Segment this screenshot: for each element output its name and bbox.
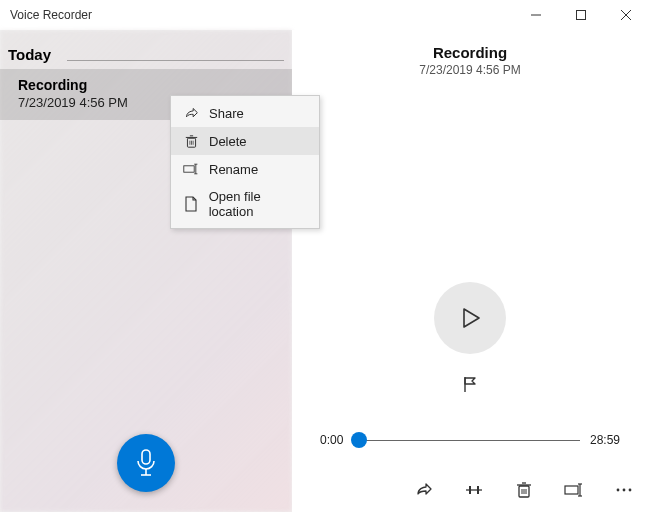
svg-rect-10 — [469, 486, 471, 494]
timeline: 0:00 28:59 — [320, 430, 620, 450]
trash-icon — [183, 133, 199, 149]
svg-point-23 — [623, 489, 626, 492]
track-line — [353, 440, 580, 441]
detail-date: 7/23/2019 4:56 PM — [292, 63, 648, 77]
close-button[interactable] — [603, 0, 648, 30]
ctx-delete[interactable]: Delete — [171, 127, 319, 155]
detail-toolbar — [414, 480, 634, 500]
rename-icon — [183, 161, 199, 177]
trash-icon — [516, 481, 532, 499]
ctx-open-location-label: Open file location — [209, 189, 307, 219]
ctx-rename[interactable]: Rename — [171, 155, 319, 183]
detail-title: Recording — [292, 44, 648, 61]
time-start-label: 0:00 — [320, 433, 343, 447]
section-header-today: Today — [0, 30, 63, 69]
rename-icon — [564, 483, 584, 497]
svg-point-22 — [617, 489, 620, 492]
trim-button[interactable] — [464, 480, 484, 500]
section-divider — [67, 60, 284, 61]
share-icon — [183, 105, 199, 121]
delete-button[interactable] — [514, 480, 534, 500]
ellipsis-icon — [615, 487, 633, 493]
more-button[interactable] — [614, 480, 634, 500]
recording-item-title: Recording — [18, 77, 274, 93]
svg-rect-11 — [477, 486, 479, 494]
svg-rect-4 — [142, 450, 150, 464]
svg-marker-7 — [464, 309, 479, 327]
ctx-delete-label: Delete — [209, 134, 247, 149]
rename-button[interactable] — [564, 480, 584, 500]
ctx-share-label: Share — [209, 106, 244, 121]
svg-rect-1 — [576, 11, 585, 20]
titlebar: Voice Recorder — [0, 0, 648, 30]
microphone-icon — [135, 449, 157, 477]
play-button[interactable] — [434, 282, 506, 354]
folder-icon — [183, 196, 199, 212]
time-end-label: 28:59 — [590, 433, 620, 447]
maximize-button[interactable] — [558, 0, 603, 30]
main-area: Today Recording 7/23/2019 4:56 PM Record… — [0, 30, 648, 512]
detail-panel: Recording 7/23/2019 4:56 PM 0:00 28:59 — [292, 30, 648, 512]
svg-rect-31 — [184, 166, 194, 172]
flag-icon — [461, 375, 479, 393]
ctx-open-location[interactable]: Open file location — [171, 183, 319, 225]
svg-rect-18 — [565, 486, 578, 494]
play-icon — [458, 306, 482, 330]
marker-button[interactable] — [458, 372, 482, 396]
trim-icon — [464, 482, 484, 498]
context-menu: Share Delete Rename Open file location — [170, 95, 320, 229]
ctx-share[interactable]: Share — [171, 99, 319, 127]
seek-track[interactable] — [353, 430, 580, 450]
ctx-rename-label: Rename — [209, 162, 258, 177]
record-button[interactable] — [117, 434, 175, 492]
svg-point-24 — [629, 489, 632, 492]
minimize-button[interactable] — [513, 0, 558, 30]
seek-thumb[interactable] — [351, 432, 367, 448]
window-title: Voice Recorder — [10, 8, 92, 22]
share-icon — [415, 481, 433, 499]
share-button[interactable] — [414, 480, 434, 500]
